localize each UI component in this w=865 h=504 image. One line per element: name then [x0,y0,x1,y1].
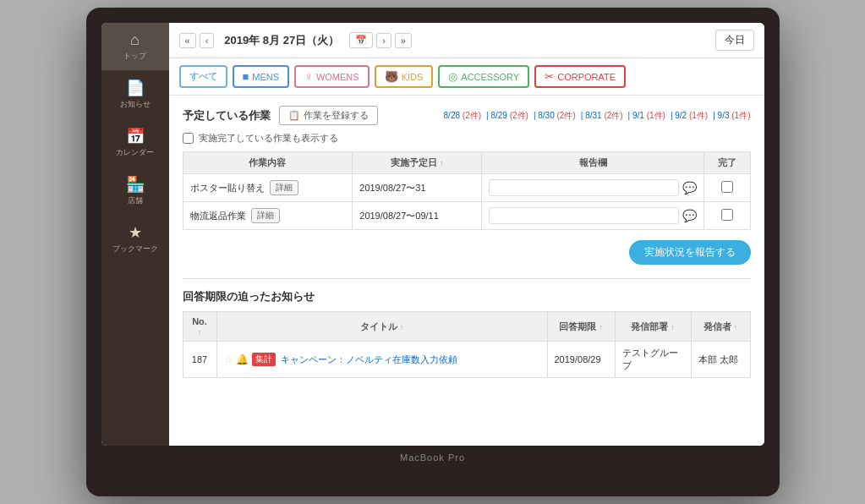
sidebar-item-calendar[interactable]: 📅 カレンダー [101,118,169,167]
sort-sender: ↑ [734,323,738,331]
task-2-complete-checkbox[interactable] [721,209,733,221]
sidebar: ⌂ トップ 📄 お知らせ 📅 カレンダー 🏪 店舗 ★ ブックマーク [101,23,169,446]
date-link-93[interactable]: | 9/3 (1件) [713,110,750,122]
report-submit-button[interactable]: 実施状況を報告する [629,240,751,265]
task-row-2: 物流返品作業 詳細 2019/08/27〜09/11 💬 [183,202,750,230]
date-link-92[interactable]: | 9/2 (1件) [671,110,708,122]
task-2-name: 物流返品作業 [190,210,246,222]
tab-accessory[interactable]: ◎ ACCESSORY [438,65,529,88]
notice-link-1[interactable]: キャンペーン：ノベルティ在庫数入力依頼 [281,353,457,366]
task-2-detail-btn[interactable]: 詳細 [251,208,280,223]
laptop-frame: ⌂ トップ 📄 お知らせ 📅 カレンダー 🏪 店舗 ★ ブックマーク [86,8,780,496]
tabs-bar: すべて ■ MENS ♀ WOMENS 🐻 KIDS ◎ ACCESSORY [169,58,764,96]
sidebar-item-notice[interactable]: 📄 お知らせ [101,70,169,118]
show-completed-checkbox[interactable] [183,133,194,144]
tab-mens-label: MENS [252,72,279,82]
show-completed-row: 実施完了している作業も表示する [183,132,751,145]
tab-all[interactable]: すべて [179,65,227,88]
register-icon: 📋 [288,110,300,121]
notice-due-1: 2019/08/29 [547,342,615,378]
tab-corporate[interactable]: ✂ CORPORATE [534,65,626,88]
tab-corporate-label: CORPORATE [557,72,616,82]
nav-next-btn[interactable]: › [376,33,391,48]
register-task-button[interactable]: 📋 作業を登録する [279,106,378,125]
tab-mens[interactable]: ■ MENS [233,65,290,88]
notice-row-1: 187 ☆ 🔔 集計 キャンペーン：ノベルティ在庫数入力依頼 2019/08/2… [183,342,750,378]
tab-womens-label: WOMENS [316,72,359,82]
date-link-828[interactable]: 8/28 (2件) [444,110,481,122]
col-scheduled-date: 実施予定日 ↑ [353,152,482,174]
main-content: « ‹ 2019年 8月 27日（火） 📅 › » 今日 すべて ■ MENS [169,23,764,446]
col-sender: 発信者 ↑ [691,312,750,342]
sidebar-label-notice: お知らせ [120,99,151,110]
sidebar-label-top: トップ [123,51,146,62]
header-bar: « ‹ 2019年 8月 27日（火） 📅 › » 今日 [169,23,764,58]
sidebar-item-top[interactable]: ⌂ トップ [101,23,169,70]
date-link-91[interactable]: | 9/1 (1件) [628,110,665,122]
date-link-830[interactable]: | 8/30 (2件) [534,110,576,122]
task-1-detail-btn[interactable]: 詳細 [270,180,298,195]
sidebar-label-calendar: カレンダー [116,147,154,158]
content-area: 予定している作業 📋 作業を登録する 8/28 (2件) | 8/29 (2件)… [169,96,764,446]
nav-first-btn[interactable]: « [179,33,196,48]
tab-accessory-label: ACCESSORY [461,72,519,82]
report-btn-container: 実施状況を報告する [183,240,751,265]
today-button[interactable]: 今日 [715,30,754,51]
col-complete: 完了 [704,152,750,174]
notice-sender-1: 本部 太郎 [691,342,750,378]
task-1-report-input[interactable] [489,179,679,196]
bookmark-icon: ★ [129,223,142,242]
task-2-scheduled: 2019/08/27〜09/11 [353,202,482,230]
task-1-scheduled: 2019/08/27〜31 [353,174,482,202]
task-1-report-cell: 💬 [482,174,704,202]
kids-icon: 🐻 [385,70,398,83]
notice-no-1: 187 [183,342,216,378]
notice-icon: 📄 [126,79,145,97]
accessory-icon: ◎ [448,70,457,83]
bell-icon-1[interactable]: 🔔 [236,353,249,365]
nav-calendar-btn[interactable]: 📅 [349,32,373,48]
notices-table: No. ↑ タイトル ↑ 回答期限 ↑ [183,311,751,378]
nav-controls: « ‹ 2019年 8月 27日（火） 📅 › » [179,32,412,48]
task-2-complete-cell [704,202,750,230]
comment-1-icon[interactable]: 💬 [682,181,697,194]
task-name-cell-1: ポスター貼り替え 詳細 [183,174,353,202]
calendar-icon: 📅 [126,127,145,145]
urgent-badge-1: 集計 [252,353,276,366]
nav-prev-btn[interactable]: ‹ [200,33,215,48]
tab-all-label: すべて [189,70,217,83]
nav-last-btn[interactable]: » [395,33,412,48]
womens-icon: ♀ [304,70,313,83]
section-divider [183,278,751,279]
sort-due: ↑ [599,323,603,331]
mens-icon: ■ [243,70,249,83]
sidebar-item-bookmark[interactable]: ★ ブックマーク [101,215,169,263]
tab-kids[interactable]: 🐻 KIDS [375,65,434,88]
tasks-section-title: 予定している作業 [183,108,271,123]
sort-no: ↑ [198,328,202,337]
tab-womens[interactable]: ♀ WOMENS [294,65,369,88]
task-2-report-input[interactable] [489,207,679,224]
sort-title: ↑ [400,323,404,331]
task-name-cell-2: 物流返品作業 詳細 [183,202,353,230]
task-2-report-cell: 💬 [482,202,704,230]
col-report: 報告欄 [482,152,704,174]
task-1-name: ポスター貼り替え [190,182,265,194]
star-icon-1[interactable]: ☆ [224,354,233,365]
tab-kids-label: KIDS [402,72,424,82]
date-link-831[interactable]: | 8/31 (2件) [581,110,623,122]
col-due-date: 回答期限 ↑ [547,312,615,342]
col-department: 発信部署 ↑ [615,312,691,342]
task-1-complete-cell [704,174,750,202]
col-task-name: 作業内容 [183,152,353,174]
sidebar-label-bookmark: ブックマーク [112,244,158,255]
comment-2-icon[interactable]: 💬 [682,209,697,222]
col-no: No. ↑ [183,312,216,342]
sort-dept: ↑ [671,323,675,331]
tasks-section-header: 予定している作業 📋 作業を登録する 8/28 (2件) | 8/29 (2件)… [183,106,751,125]
store-icon: 🏪 [126,175,145,194]
task-row-1: ポスター貼り替え 詳細 2019/08/27〜31 💬 [183,174,750,202]
date-link-829[interactable]: | 8/29 (2件) [486,110,528,122]
sidebar-item-store[interactable]: 🏪 店舗 [101,167,169,215]
task-1-complete-checkbox[interactable] [721,181,733,193]
